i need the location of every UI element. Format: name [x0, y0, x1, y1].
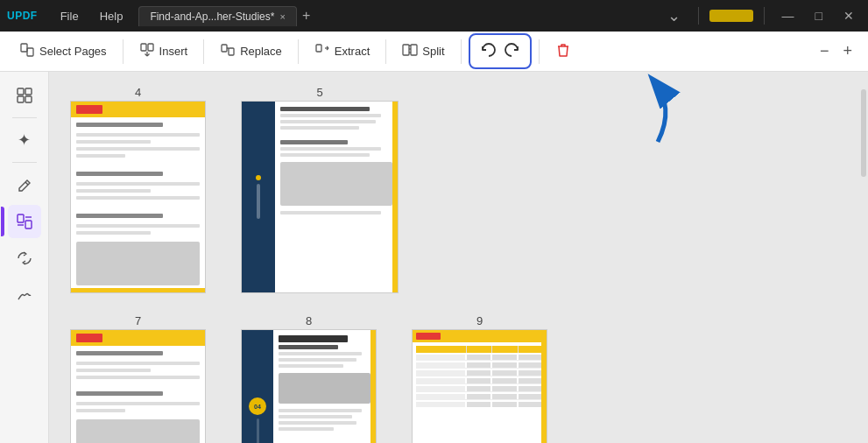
p9-th3 [492, 346, 518, 353]
close-btn[interactable]: ✕ [836, 5, 861, 26]
page-7-number: 7 [135, 314, 141, 327]
p4-s1 [76, 123, 163, 127]
p9-td14 [467, 378, 491, 383]
page-5-thumb[interactable] [241, 101, 399, 293]
p5-l2 [280, 120, 376, 123]
sidebar-btn-signature[interactable] [8, 278, 41, 312]
minimize-btn[interactable]: — [775, 5, 801, 26]
page-8-thumb[interactable]: 04 [241, 329, 377, 443]
sidebar-div1 [12, 117, 37, 118]
p9-td23 [492, 394, 517, 399]
svg-rect-1 [27, 48, 33, 56]
replace-btn[interactable]: Replace [211, 37, 291, 67]
p4-yellow-bar [71, 288, 205, 292]
replace-label: Replace [240, 45, 282, 58]
p9-td8 [519, 362, 543, 368]
p9-td19 [492, 386, 517, 391]
overflow-btn[interactable]: ⌄ [660, 3, 688, 29]
p5-sp [280, 132, 392, 137]
zoom-in-btn[interactable]: + [837, 39, 857, 64]
divider2 [764, 7, 765, 25]
sidebar-btn-convert[interactable] [8, 242, 41, 275]
p4-s3 [76, 214, 163, 218]
extract-btn[interactable]: Extract [306, 37, 378, 67]
sidebar-btn-organize[interactable] [8, 205, 41, 238]
file-menu[interactable]: File [52, 6, 88, 26]
maximize-btn[interactable]: □ [808, 5, 829, 26]
split-label: Split [422, 45, 444, 58]
p9-th2 [467, 346, 492, 353]
p9-td27 [492, 402, 517, 407]
scrollbar[interactable] [861, 89, 866, 177]
page-4-logo [76, 105, 102, 114]
pages-row-2: 7 [70, 314, 847, 443]
pro-badge [709, 10, 753, 22]
divider3 [298, 39, 299, 64]
p8-l5 [279, 415, 352, 418]
tab-close-btn[interactable]: × [279, 11, 285, 22]
p4-space2 [76, 203, 200, 210]
p5-yellow-bar [392, 102, 398, 292]
insert-btn[interactable]: Insert [131, 37, 197, 67]
p8-img [279, 373, 370, 404]
new-tab-btn[interactable]: + [297, 8, 315, 24]
page-9-thumb[interactable] [412, 329, 547, 443]
p4-img [76, 242, 200, 285]
sidebar: ✦ [0, 72, 49, 443]
p4-l8 [76, 224, 200, 228]
p8-l3 [279, 364, 343, 368]
p5-l5 [280, 153, 370, 157]
help-menu[interactable]: Help [91, 6, 132, 26]
content-area[interactable]: 4 [49, 72, 868, 443]
delete-btn[interactable] [547, 37, 580, 67]
p5-img [280, 162, 392, 206]
p8-num: 04 [254, 404, 261, 410]
p9-td5 [416, 362, 465, 368]
p9-td15 [492, 378, 517, 383]
p9-table-area [413, 342, 547, 411]
p8-content [273, 330, 376, 443]
zoom-out-btn[interactable]: − [815, 39, 835, 64]
page-col-4: 4 [70, 86, 206, 293]
insert-icon [139, 42, 155, 61]
trash-icon [555, 42, 571, 61]
active-indicator [1, 207, 4, 236]
p7-logo [76, 334, 102, 342]
p7-body [71, 346, 205, 443]
p9-td18 [467, 386, 491, 391]
p8-left-panel: 04 [242, 330, 273, 443]
p4-l5 [76, 182, 200, 186]
p8-title [279, 335, 348, 342]
p9-td20 [519, 386, 543, 391]
rotate-flip-group[interactable] [469, 33, 532, 69]
sidebar-btn-stamp[interactable]: ✦ [8, 123, 41, 157]
sidebar-btn-thumbnail[interactable] [8, 79, 41, 112]
svg-rect-16 [18, 88, 24, 95]
sidebar-btn-edit[interactable] [8, 168, 41, 201]
svg-rect-9 [316, 45, 321, 52]
select-pages-btn[interactable]: Select Pages [11, 37, 116, 67]
page-4-thumb[interactable] [70, 101, 206, 293]
p9-td13 [416, 378, 465, 383]
page-7-thumb[interactable] [70, 329, 206, 443]
page-8-number: 8 [306, 314, 312, 327]
svg-rect-21 [18, 214, 24, 222]
p9-td25 [416, 402, 465, 407]
p9-td12 [519, 370, 543, 376]
p9-td6 [467, 362, 491, 368]
p9-logo [416, 333, 441, 340]
p9-td16 [519, 378, 543, 383]
p9-tr1 [416, 355, 543, 361]
active-tab[interactable]: Find-and-Ap...her-Studies* × [138, 6, 297, 26]
p7-l5 [76, 409, 125, 412]
p5-l6 [280, 211, 381, 214]
split-btn[interactable]: Split [393, 37, 453, 67]
svg-rect-2 [141, 44, 146, 51]
p9-tr5 [416, 386, 543, 392]
p4-l4 [76, 154, 125, 158]
zoom-controls: − + [815, 39, 857, 64]
divider5 [461, 39, 462, 64]
window-controls: ⌄ — □ ✕ [660, 3, 861, 29]
p4-s2 [76, 172, 163, 176]
p8-l4 [279, 409, 362, 412]
